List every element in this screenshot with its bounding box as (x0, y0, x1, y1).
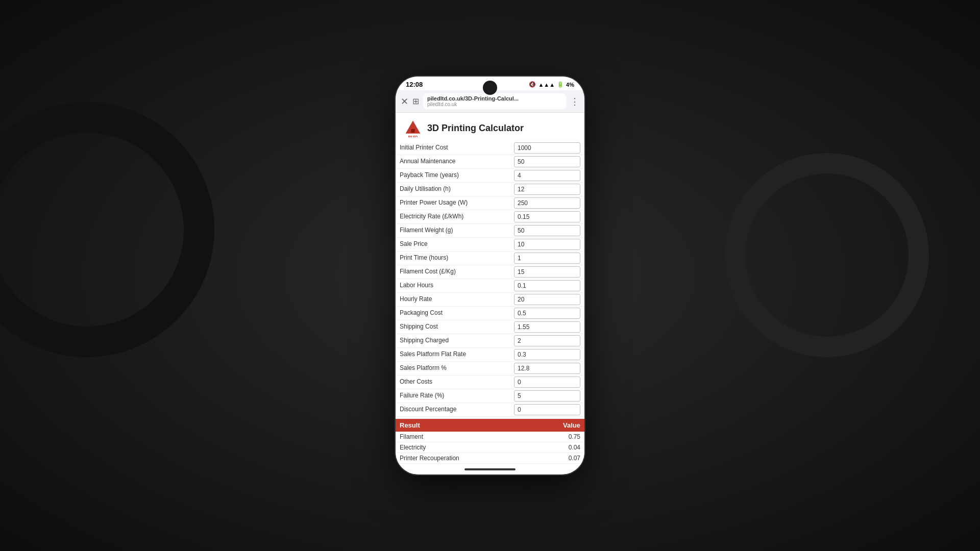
form-input-0[interactable] (514, 142, 580, 154)
form-input-19[interactable] (514, 404, 580, 415)
results-container: Filament0.75Electricity0.04Printer Recou… (396, 432, 584, 464)
url-main: piledltd.co.uk/3D-Printing-Calcul... (427, 95, 562, 102)
form-label-15: Sales Platform Flat Rate (400, 349, 514, 360)
form-input-3[interactable] (514, 184, 580, 195)
form-input-1[interactable] (514, 156, 580, 167)
url-bar[interactable]: piledltd.co.uk/3D-Printing-Calcul... pil… (423, 93, 566, 109)
form-row: Discount Percentage (396, 403, 584, 417)
menu-icon[interactable]: ⋮ (570, 96, 579, 107)
form-label-6: Filament Weight (g) (400, 225, 514, 236)
form-input-5[interactable] (514, 211, 580, 222)
form-input-15[interactable] (514, 349, 580, 360)
form-input-9[interactable] (514, 266, 580, 278)
form-row: Filament Weight (g) (396, 224, 584, 238)
form-label-9: Filament Cost (£/Kg) (400, 266, 514, 278)
form-input-12[interactable] (514, 308, 580, 319)
form-input-10[interactable] (514, 280, 580, 291)
status-time: 12:08 (406, 81, 423, 88)
result-row: Filament0.75 (396, 432, 584, 442)
form-input-14[interactable] (514, 335, 580, 346)
form-row: Sale Price (396, 238, 584, 252)
form-label-8: Print Time (hours) (400, 253, 514, 264)
form-row: Packaging Cost (396, 307, 584, 320)
battery-icon: 🔋 (557, 81, 564, 88)
value-col-header: Value (540, 421, 580, 429)
form-row: Other Costs (396, 375, 584, 389)
result-col-header: Result (400, 421, 540, 429)
close-button[interactable]: ✕ (401, 96, 408, 107)
result-value-1: 0.04 (540, 444, 580, 451)
form-input-6[interactable] (514, 225, 580, 236)
tabs-icon[interactable]: ⊞ (412, 96, 419, 106)
form-input-4[interactable] (514, 197, 580, 209)
camera-notch (483, 81, 497, 95)
form-label-13: Shipping Cost (400, 321, 514, 333)
app-header: PILED 3D Printing Calculator (396, 113, 584, 141)
svg-text:PILED: PILED (408, 135, 418, 137)
form-label-1: Annual Maintenance (400, 156, 514, 167)
app-content: PILED 3D Printing Calculator Initial Pri… (396, 113, 584, 465)
form-label-5: Electricity Rate (£/kWh) (400, 211, 514, 222)
form-row: Daily Utilisation (h) (396, 183, 584, 196)
result-label-0: Filament (400, 433, 540, 440)
home-indicator[interactable] (464, 468, 516, 470)
form-row: Hourly Rate (396, 293, 584, 307)
form-row: Sales Platform Flat Rate (396, 348, 584, 362)
form-label-0: Initial Printer Cost (400, 142, 514, 154)
result-value-2: 0.07 (540, 455, 580, 462)
form-row: Annual Maintenance (396, 155, 584, 169)
result-row: Printer Recouperation0.07 (396, 453, 584, 464)
svg-rect-1 (411, 129, 414, 133)
form-label-2: Payback Time (years) (400, 170, 514, 181)
result-label-2: Printer Recouperation (400, 455, 540, 462)
form-row: Filament Cost (£/Kg) (396, 265, 584, 279)
form-input-7[interactable] (514, 239, 580, 250)
mute-icon: 🔇 (529, 81, 536, 88)
result-label-1: Electricity (400, 444, 540, 451)
form-input-13[interactable] (514, 321, 580, 333)
form-label-4: Printer Power Usage (W) (400, 197, 514, 209)
form-label-7: Sale Price (400, 239, 514, 250)
form-label-3: Daily Utilisation (h) (400, 184, 514, 195)
form-row: Failure Rate (%) (396, 389, 584, 403)
signal-icon: ▲▲▲ (538, 82, 555, 88)
result-value-0: 0.75 (540, 433, 580, 440)
result-row: Electricity0.04 (396, 442, 584, 453)
form-row: Print Time (hours) (396, 252, 584, 265)
form-input-18[interactable] (514, 390, 580, 402)
form-row: Electricity Rate (£/kWh) (396, 210, 584, 224)
form-input-8[interactable] (514, 253, 580, 264)
form-row: Printer Power Usage (W) (396, 196, 584, 210)
form-input-2[interactable] (514, 170, 580, 181)
status-icons: 🔇 ▲▲▲ 🔋 4% (529, 81, 574, 88)
form-label-19: Discount Percentage (400, 404, 514, 415)
form-input-17[interactable] (514, 377, 580, 388)
form-label-16: Sales Platform % (400, 363, 514, 374)
piled-logo: PILED (404, 119, 422, 137)
form-input-11[interactable] (514, 294, 580, 305)
form-row: Sales Platform % (396, 362, 584, 375)
form-label-18: Failure Rate (%) (400, 390, 514, 402)
form-container: Initial Printer CostAnnual MaintenancePa… (396, 141, 584, 417)
phone: 12:08 🔇 ▲▲▲ 🔋 4% ✕ ⊞ piledltd.co.uk/3D-P… (396, 77, 584, 474)
form-row: Initial Printer Cost (396, 141, 584, 155)
form-input-16[interactable] (514, 363, 580, 374)
form-row: Shipping Charged (396, 334, 584, 348)
form-label-14: Shipping Charged (400, 335, 514, 346)
form-row: Shipping Cost (396, 320, 584, 334)
results-header: Result Value (396, 419, 584, 432)
form-label-10: Labor Hours (400, 280, 514, 291)
form-label-11: Hourly Rate (400, 294, 514, 305)
app-title: 3D Printing Calculator (427, 123, 524, 134)
url-sub: piledltd.co.uk (427, 102, 562, 107)
battery-percent: 4% (566, 82, 574, 88)
form-row: Labor Hours (396, 279, 584, 293)
form-row: Payback Time (years) (396, 169, 584, 183)
form-label-12: Packaging Cost (400, 308, 514, 319)
phone-screen: 12:08 🔇 ▲▲▲ 🔋 4% ✕ ⊞ piledltd.co.uk/3D-P… (396, 77, 584, 474)
form-label-17: Other Costs (400, 377, 514, 388)
